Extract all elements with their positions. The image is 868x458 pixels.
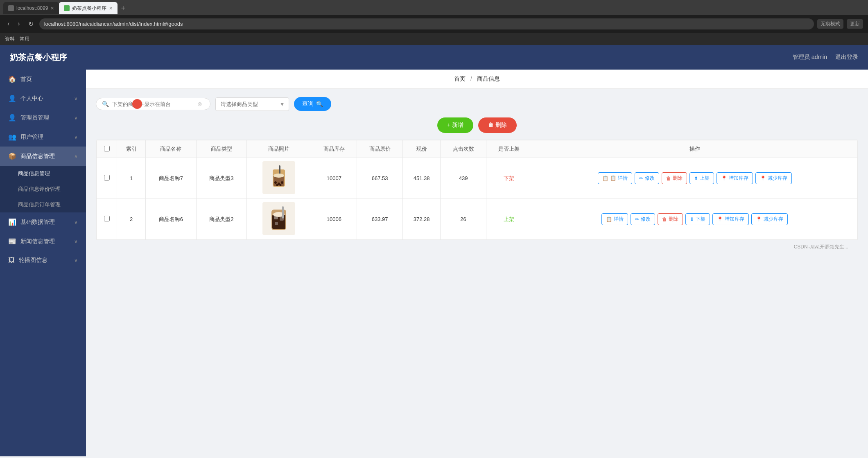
back-button[interactable]: ‹: [5, 19, 12, 28]
th-clicks: 点击次数: [441, 140, 486, 158]
browser-tab-2[interactable]: 奶茶点餐小程序 ✕: [59, 2, 118, 14]
row2-photo: [247, 199, 311, 240]
sidebar-sub-goods-review[interactable]: 商品信息评价管理: [0, 181, 86, 197]
update-badge[interactable]: 更新: [847, 19, 863, 29]
th-original-price: 商品原价: [357, 140, 403, 158]
sidebar-item-basic-data[interactable]: 📊 基础数据管理 ∨: [0, 212, 86, 232]
add-stock-icon2: 📍: [717, 217, 723, 222]
add-button[interactable]: + 新增: [437, 117, 473, 133]
row1-clicks: 439: [441, 158, 486, 199]
sidebar-item-profile[interactable]: 👤 个人中心 ∨: [0, 89, 86, 108]
tab-close-1[interactable]: ✕: [50, 6, 54, 11]
browser-tab-1[interactable]: localhost:8099 ✕: [3, 2, 59, 14]
row1-original-price: 667.53: [357, 158, 403, 199]
profile-icon: 👤: [8, 95, 16, 102]
content-area: 🔍 ⊗ 请选择商品类型 商品类型1 商品类型2 商品类型3 ▼: [86, 89, 868, 262]
users-icon: 👥: [8, 133, 16, 141]
bookmarks-bar: 资料 常用: [0, 33, 868, 45]
search-btn-label: 查询: [302, 100, 314, 108]
address-bar[interactable]: [39, 18, 814, 29]
row1-index: 1: [117, 158, 146, 199]
breadcrumb-sep: /: [470, 75, 474, 82]
add-stock-icon: 📍: [721, 176, 727, 181]
sidebar-item-user-mgmt[interactable]: 👥 用户管理 ∨: [0, 127, 86, 147]
table-row: 2 商品名称6 商品类型2: [97, 199, 858, 240]
select-all-checkbox[interactable]: [104, 146, 110, 151]
row1-delete-button[interactable]: 🗑 删除: [662, 172, 687, 184]
new-tab-button[interactable]: +: [118, 4, 129, 13]
row1-add-stock-button[interactable]: 📍 增加库存: [717, 172, 753, 184]
goods-icon: 📦: [8, 152, 16, 160]
sidebar-label-admin: 管理员管理: [20, 114, 49, 122]
row2-clicks: 26: [441, 199, 486, 240]
forward-button[interactable]: ›: [15, 19, 22, 28]
app-header-right: 管理员 admin 退出登录: [793, 54, 858, 61]
search-input[interactable]: [112, 101, 194, 107]
tab-favicon-2: [64, 5, 70, 11]
sidebar-sub-goods-order[interactable]: 商品信息订单管理: [0, 197, 86, 212]
row2-reduce-stock-button[interactable]: 📍 减少库存: [751, 213, 788, 225]
banner-arrow: ∨: [74, 257, 78, 263]
row1-checkbox[interactable]: [104, 175, 110, 180]
app-title: 奶茶点餐小程序: [10, 52, 67, 63]
row2-edit-button[interactable]: ✏ 修改: [631, 213, 655, 225]
th-current-price: 现价: [403, 140, 441, 158]
row2-index: 2: [117, 199, 146, 240]
sidebar-sub-goods-info[interactable]: 商品信息管理: [0, 166, 86, 181]
tab-close-2[interactable]: ✕: [109, 6, 113, 11]
sidebar-item-banner-mgmt[interactable]: 🖼 轮播图信息 ∨: [0, 251, 86, 270]
bookmark-2[interactable]: 常用: [20, 36, 29, 43]
incognito-badge[interactable]: 无痕模式: [817, 19, 843, 29]
row2-add-stock-button[interactable]: 📍 增加库存: [712, 213, 749, 225]
sidebar-item-admin-mgmt[interactable]: 👤 管理员管理 ∨: [0, 108, 86, 127]
row1-reduce-stock-button[interactable]: 📍 减少库存: [755, 172, 792, 184]
reduce-stock-icon2: 📍: [756, 217, 762, 222]
browser-extras: 无痕模式 更新: [817, 19, 863, 29]
sidebar-item-news-mgmt[interactable]: 📰 新闻信息管理 ∨: [0, 232, 86, 251]
th-checkbox: [97, 140, 117, 158]
search-input-wrap[interactable]: 🔍 ⊗: [96, 98, 210, 110]
svg-point-6: [281, 181, 283, 184]
row2-status: 上架: [486, 199, 532, 240]
row2-checkbox[interactable]: [104, 216, 110, 221]
row1-photo: [247, 158, 311, 199]
search-clear-icon[interactable]: ⊗: [197, 101, 202, 107]
refresh-button[interactable]: ↻: [26, 19, 36, 29]
row2-detail-button[interactable]: 📋 详情: [601, 213, 628, 225]
banner-icon: 🖼: [8, 257, 15, 264]
svg-point-9: [274, 174, 284, 178]
sidebar-label-home: 首页: [20, 76, 32, 83]
category-select[interactable]: 请选择商品类型 商品类型1 商品类型2 商品类型3: [215, 97, 289, 111]
batch-delete-button[interactable]: 🗑 删除: [478, 117, 517, 133]
logout-button[interactable]: 退出登录: [835, 54, 858, 61]
breadcrumb-current: 商品信息: [477, 75, 500, 82]
row1-name: 商品名称7: [145, 158, 196, 199]
bookmark-1[interactable]: 资料: [5, 36, 15, 43]
online-icon: ⬆: [694, 176, 698, 181]
row2-offline-button[interactable]: ⬇ 下架: [685, 213, 710, 225]
admin-arrow: ∨: [74, 115, 78, 121]
tab-favicon-1: [8, 5, 14, 11]
row1-edit-button[interactable]: ✏ 修改: [635, 172, 659, 184]
edit-icon2: ✏: [635, 217, 639, 222]
th-status: 是否上架: [486, 140, 532, 158]
reduce-stock-icon: 📍: [760, 176, 766, 181]
sidebar-item-goods-mgmt[interactable]: 📦 商品信息管理 ∧: [0, 147, 86, 166]
row2-stock: 10006: [311, 199, 357, 240]
search-row: 🔍 ⊗ 请选择商品类型 商品类型1 商品类型2 商品类型3 ▼: [96, 97, 858, 111]
row1-product-image: [262, 161, 295, 194]
browser-chrome: localhost:8099 ✕ 奶茶点餐小程序 ✕ + ‹ › ↻ 无痕模式 …: [0, 0, 868, 45]
breadcrumb-home[interactable]: 首页: [454, 75, 466, 82]
main-content: 首页 / 商品信息 🔍 ⊗ 请选择商品类型: [86, 70, 868, 456]
browser-tabs: localhost:8099 ✕ 奶茶点餐小程序 ✕ +: [0, 0, 868, 15]
table-wrap: 索引 商品名称 商品类型 商品照片 商品库存 商品原价 现价 点击次数 是否上架…: [96, 140, 858, 240]
search-button[interactable]: 查询 🔍: [294, 97, 331, 111]
sidebar-item-home[interactable]: 🏠 首页: [0, 70, 86, 89]
th-actions: 操作: [532, 140, 857, 158]
edit-icon: ✏: [639, 176, 643, 181]
goods-table: 索引 商品名称 商品类型 商品照片 商品库存 商品原价 现价 点击次数 是否上架…: [96, 140, 858, 240]
row1-detail-button[interactable]: 📋 📋 详情: [598, 172, 632, 184]
row1-online-button[interactable]: ⬆ 上架: [689, 172, 714, 184]
row1-stock: 10007: [311, 158, 357, 199]
row2-delete-button[interactable]: 🗑 删除: [658, 213, 683, 225]
